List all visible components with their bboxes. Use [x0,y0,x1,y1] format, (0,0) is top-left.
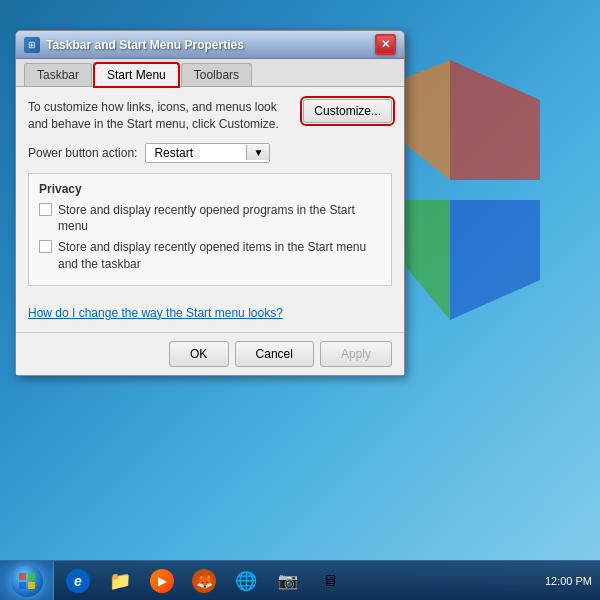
tray-time: 12:00 PM [545,575,592,587]
recent-programs-label: Store and display recently opened progra… [58,202,381,236]
power-button-dropdown[interactable]: Restart ▼ [145,143,270,163]
start-orb-icon [11,565,43,597]
taskbar-start-menu-dialog: ⊞ Taskbar and Start Menu Properties ✕ Ta… [15,30,405,376]
recent-items-checkbox[interactable] [39,240,52,253]
recent-programs-checkbox[interactable] [39,203,52,216]
taskbar-item-explorer[interactable]: 📁 [100,563,140,599]
taskbar-item-files[interactable]: 🖥 [310,563,350,599]
dialog-footer: OK Cancel Apply [16,332,404,375]
taskbar-item-ie[interactable]: e [58,563,98,599]
checkbox-row-programs: Store and display recently opened progra… [39,202,381,236]
taskbar-item-chrome[interactable]: 🌐 [226,563,266,599]
tab-taskbar[interactable]: Taskbar [24,63,92,86]
svg-rect-6 [19,582,26,589]
privacy-group: Privacy Store and display recently opene… [28,173,392,286]
dialog-close-button[interactable]: ✕ [375,34,396,55]
taskbar-item-firefox[interactable]: 🦊 [184,563,224,599]
taskbar-items: e 📁 ▶ 🦊 🌐 📷 🖥 [54,561,354,600]
tab-start-menu[interactable]: Start Menu [94,63,179,87]
dialog-title-icon: ⊞ [24,37,40,53]
help-link[interactable]: How do I change the way the Start menu l… [28,306,392,320]
svg-rect-4 [19,573,26,580]
svg-rect-7 [28,582,35,589]
recent-items-label: Store and display recently opened items … [58,239,381,273]
description-text: To customize how links, icons, and menus… [28,99,293,133]
description-area: To customize how links, icons, and menus… [28,99,392,133]
apply-button[interactable]: Apply [320,341,392,367]
customize-button[interactable]: Customize... [303,99,392,123]
system-tray: 12:00 PM [545,575,600,587]
power-button-label: Power button action: [28,146,137,160]
start-button[interactable] [0,561,54,601]
svg-marker-0 [450,60,540,180]
cancel-button[interactable]: Cancel [235,341,314,367]
power-button-row: Power button action: Restart ▼ [28,143,392,163]
power-button-value: Restart [146,144,246,162]
taskbar-item-camera[interactable]: 📷 [268,563,308,599]
svg-marker-3 [450,200,540,320]
taskbar: e 📁 ▶ 🦊 🌐 📷 🖥 [0,560,600,600]
dialog-content: To customize how links, icons, and menus… [16,87,404,332]
taskbar-item-media[interactable]: ▶ [142,563,182,599]
dialog-tabs: Taskbar Start Menu Toolbars [16,59,404,87]
checkbox-row-items: Store and display recently opened items … [39,239,381,273]
dropdown-arrow-icon[interactable]: ▼ [246,145,269,160]
tab-toolbars[interactable]: Toolbars [181,63,252,86]
ok-button[interactable]: OK [169,341,229,367]
privacy-title: Privacy [39,182,381,196]
desktop: ⊞ Taskbar and Start Menu Properties ✕ Ta… [0,0,600,600]
svg-rect-5 [28,573,35,580]
dialog-title-text: Taskbar and Start Menu Properties [46,38,375,52]
dialog-titlebar: ⊞ Taskbar and Start Menu Properties ✕ [16,31,404,59]
